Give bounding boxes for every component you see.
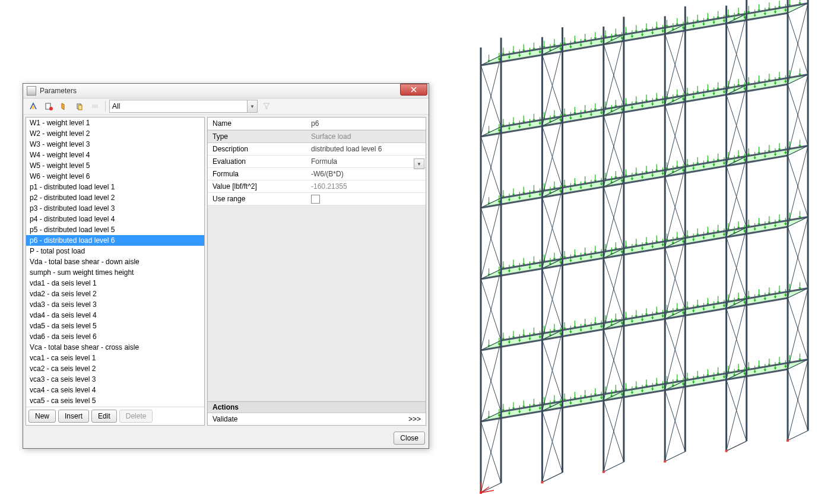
svg-line-826: [481, 279, 501, 341]
prop-value: Value [lbf/ft^2] -160.21355: [208, 180, 426, 193]
list-item[interactable]: vca4 - ca seis level 4: [26, 385, 204, 395]
titlebar: Parameters: [23, 84, 429, 99]
svg-line-920: [727, 95, 747, 157]
prop-desc-value: distributed load level 6: [307, 145, 426, 153]
list-item[interactable]: vca3 - ca seis level 3: [26, 374, 204, 385]
svg-marker-859: [541, 481, 543, 483]
svg-line-873: [604, 187, 624, 249]
svg-marker-947: [787, 439, 789, 442]
svg-point-2: [49, 107, 53, 110]
prop-type: Type Surface load: [208, 130, 426, 143]
prop-evaluation[interactable]: Evaluation Formula▼: [208, 156, 426, 168]
app-icon: [27, 86, 36, 96]
list-item[interactable]: W3 - weight level 3: [26, 139, 204, 150]
svg-line-845: [542, 340, 562, 401]
toolbar: All ▼: [23, 99, 429, 115]
svg-line-884: [665, 452, 685, 462]
close-button[interactable]: [400, 84, 427, 96]
model-viewport[interactable]: [463, 0, 831, 504]
list-item[interactable]: W5 - weight level 5: [26, 160, 204, 171]
svg-line-876: [604, 116, 624, 177]
list-item[interactable]: sumph - sum weight times height: [26, 267, 204, 278]
dropdown-arrow-icon: ▼: [247, 100, 257, 112]
properties-panel: Name p6 Type Surface load Description di…: [207, 117, 426, 426]
prop-range-label: Use range: [208, 195, 307, 203]
svg-line-862: [604, 462, 624, 472]
list-item[interactable]: W4 - weight level 4: [26, 150, 204, 160]
prop-formula-value: -W6/(B*D): [307, 170, 426, 178]
prop-eval-label: Evaluation: [208, 157, 307, 166]
filter-dropdown[interactable]: All ▼: [109, 100, 258, 113]
list-item[interactable]: vda2 - da seis level 2: [26, 289, 204, 299]
dropdown-arrow-icon[interactable]: ▼: [414, 159, 424, 169]
tb-import-icon[interactable]: [27, 100, 40, 113]
prop-use-range[interactable]: Use range: [208, 193, 426, 205]
svg-line-939: [788, 156, 808, 217]
list-item[interactable]: W1 - weight level 1: [26, 118, 204, 128]
delete-button: Delete: [119, 410, 153, 423]
svg-line-911: [727, 309, 747, 370]
validate-label: Validate: [213, 415, 237, 423]
prop-description[interactable]: Description distributed load level 6: [208, 143, 426, 156]
list-item[interactable]: p3 - distributed load level 3: [26, 203, 204, 214]
tb-add-icon[interactable]: [42, 100, 55, 113]
list-item[interactable]: Vca - total base shear - cross aisle: [26, 342, 204, 353]
list-item[interactable]: W6 - weight level 6: [26, 171, 204, 182]
svg-line-835: [481, 65, 501, 127]
close-dialog-button[interactable]: Close: [394, 432, 425, 445]
edit-button[interactable]: Edit: [91, 410, 117, 423]
svg-line-879: [604, 45, 624, 106]
svg-line-829: [481, 208, 501, 270]
prop-name[interactable]: Name p6: [208, 118, 426, 130]
svg-marker-925: [725, 450, 728, 452]
svg-line-945: [788, 13, 808, 75]
prop-value-value: -160.21355: [307, 182, 426, 191]
svg-line-930: [788, 369, 808, 431]
svg-line-851: [542, 197, 562, 259]
insert-button[interactable]: Insert: [58, 410, 89, 423]
rack-structure: [463, 0, 831, 504]
list-item[interactable]: P - total post load: [26, 246, 204, 256]
svg-line-923: [727, 24, 747, 85]
dialog-footer: Close: [23, 428, 429, 448]
svg-line-864: [604, 401, 624, 462]
svg-line-848: [542, 268, 562, 330]
list-item[interactable]: vda3 - da seis level 3: [26, 299, 204, 310]
list-item[interactable]: p5 - distributed load level 5: [26, 224, 204, 235]
list-item[interactable]: vda5 - da seis level 5: [26, 321, 204, 331]
svg-line-928: [788, 431, 808, 441]
list-item[interactable]: Vda - total base shear - down aisle: [26, 256, 204, 267]
list-item[interactable]: W2 - weight level 2: [26, 128, 204, 139]
list-item[interactable]: p1 - distributed load level 1: [26, 182, 204, 192]
svg-marker-881: [602, 471, 605, 473]
list-item[interactable]: vca5 - ca seis level 5: [26, 395, 204, 406]
prop-eval-value: Formula▼: [307, 157, 426, 166]
svg-rect-0: [32, 106, 34, 109]
prop-desc-label: Description: [208, 145, 307, 153]
parameters-dialog: Parameters All ▼ W1 - weight level 1W2 -…: [23, 83, 429, 449]
tb-paste-icon[interactable]: [73, 100, 86, 113]
list-item[interactable]: p2 - distributed load level 2: [26, 192, 204, 203]
new-button[interactable]: New: [28, 410, 56, 423]
list-item[interactable]: p6 - distributed load level 6: [26, 235, 204, 246]
list-item[interactable]: p4 - distributed load level 4: [26, 214, 204, 224]
prop-type-label: Type: [208, 132, 307, 141]
prop-formula[interactable]: Formula -W6/(B*D): [208, 168, 426, 180]
prop-formula-label: Formula: [208, 170, 307, 178]
use-range-checkbox[interactable]: [311, 195, 320, 204]
svg-line-914: [727, 237, 747, 299]
svg-line-917: [727, 166, 747, 228]
svg-line-854: [542, 126, 562, 188]
list-item[interactable]: vda6 - da seis level 6: [26, 331, 204, 342]
validate-action[interactable]: Validate >>>: [208, 413, 426, 425]
prop-type-value: Surface load: [307, 132, 426, 141]
list-item[interactable]: vca1 - ca seis level 1: [26, 353, 204, 363]
tb-copy-icon[interactable]: [58, 100, 71, 113]
filter-funnel-icon[interactable]: [260, 100, 273, 113]
svg-line-842: [542, 411, 562, 473]
list-item[interactable]: vca2 - ca seis level 2: [26, 363, 204, 374]
parameter-list[interactable]: W1 - weight level 1W2 - weight level 2W3…: [26, 118, 204, 407]
list-item[interactable]: vda1 - da seis level 1: [26, 278, 204, 289]
list-item[interactable]: vda4 - da seis level 4: [26, 310, 204, 321]
actions-header: Actions: [208, 402, 426, 413]
